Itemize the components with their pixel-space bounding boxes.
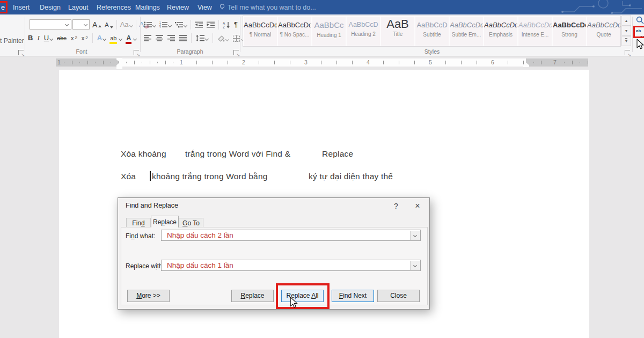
text-effects-button[interactable]: A [97,34,106,42]
tab-go-to[interactable]: Go To [179,218,203,227]
find-next-button[interactable]: Find Next [332,290,374,302]
circuit-decoration [558,0,644,14]
tab-mailings[interactable]: Mailings [135,4,160,11]
ruler-left-margin[interactable] [57,58,119,67]
style-title[interactable]: AaBTitle [381,17,414,46]
decrease-indent-button[interactable] [195,21,203,28]
style-heading-2[interactable]: AaBbCcDHeading 2 [347,17,380,46]
tab-review[interactable]: Review [167,4,189,11]
sort-button[interactable]: AZ [223,21,230,28]
close-window-icon[interactable]: × [411,200,425,212]
bullets-button[interactable] [144,21,156,28]
underline-button[interactable]: U [44,34,53,42]
numbering-button[interactable]: 123 [159,21,171,28]
tab-references[interactable]: References [97,4,131,11]
find-icon[interactable] [636,16,644,25]
group-divider [140,17,141,52]
style-subtitle[interactable]: AaBbCcDSubtitle [415,17,449,46]
font-group-label: Font [76,48,87,55]
highlight-color-button[interactable]: ab [110,34,122,42]
doc-text[interactable]: ký tự đại diện thay thế [309,172,393,181]
mouse-cursor [290,297,298,308]
annotation-box-home-tab [0,1,8,13]
show-formatting-marks-button[interactable]: ¶ [234,21,238,28]
mouse-cursor [636,39,644,49]
tab-layout[interactable]: Layout [68,4,89,11]
chevron-down-icon[interactable] [410,261,420,270]
grow-font-button[interactable]: A [92,21,101,28]
italic-button[interactable]: I [37,34,39,42]
align-right-button[interactable] [167,35,175,41]
style-emphasis[interactable]: AaBbCcDdEmphasis [484,17,517,46]
style-strong[interactable]: AaBbCcDcStrong [553,17,586,46]
shading-button[interactable] [217,35,229,42]
word-window: e Insert Design Layout References Mailin… [0,0,644,338]
tab-view[interactable]: View [197,4,212,11]
paragraph-dialog-launcher-icon[interactable] [233,50,239,55]
justify-button[interactable] [179,35,187,41]
gallery-more-icon: ▾ [625,38,627,43]
group-divider [240,17,240,52]
left-indent-marker[interactable] [116,67,122,69]
chevron-down-icon[interactable] [410,231,420,240]
style-no-spacing[interactable]: AaBbCcDd¶ No Spac... [278,17,311,46]
style-subtle-emphasis[interactable]: AaBbCcDdSubtle Em... [450,17,483,46]
align-left-button[interactable] [144,35,151,41]
font-size-combo[interactable] [72,19,90,30]
styles-scroll-down-button[interactable]: ▾ [621,26,631,36]
font-dialog-launcher-icon[interactable] [134,50,139,55]
replace-with-input[interactable]: Nhập dấu cách 1 lần [161,260,421,271]
triangle-down-icon: ▾ [625,28,627,33]
align-center-button[interactable] [156,35,163,41]
shrink-font-button[interactable]: A [105,21,113,28]
group-divider [25,17,25,52]
find-what-input[interactable]: Nhập dấu cách 2 lần [161,230,421,241]
tab-design[interactable]: Design [40,4,61,11]
text-caret [150,171,151,181]
style-quote[interactable]: AaBbCcDdQuote [587,17,620,46]
styles-dialog-launcher-icon[interactable] [625,50,630,55]
tab-replace[interactable]: Replace [151,216,179,227]
lightbulb-icon [219,3,225,11]
multilevel-list-button[interactable] [175,21,187,28]
replace-with-value: Nhập dấu cách 1 lần [167,260,233,271]
superscript-button[interactable]: x2 [82,34,88,42]
doc-text[interactable]: khoảng trắng trong Word bằng [152,172,268,181]
doc-text[interactable]: trắng trong Word với Find & [185,149,290,159]
find-what-value: Nhập dấu cách 2 lần [167,230,233,241]
help-button[interactable]: ? [389,200,403,212]
styles-gallery-more-button[interactable]: ▾ [621,36,631,46]
bold-button[interactable]: B [28,34,33,42]
line-spacing-button[interactable] [196,35,208,41]
styles-scroll-up-button[interactable]: ▴ [621,16,631,26]
clipboard-dialog-launcher-icon[interactable] [18,50,24,55]
tell-me-box[interactable]: Tell me what you want to do... [228,4,316,11]
subscript-button[interactable]: x2 [71,34,77,42]
doc-text[interactable]: Replace [322,149,353,159]
chevron-down-icon[interactable] [84,23,87,26]
format-painter-partial-label[interactable]: t Painter [0,37,24,45]
ribbon-tab-bar: e Insert Design Layout References Mailin… [0,0,644,14]
doc-text[interactable]: Xóa khoảng [121,149,166,159]
replace-button[interactable]: Replace [231,290,274,302]
font-color-button[interactable]: A [126,34,136,42]
tab-find[interactable]: Find [126,218,151,227]
tab-insert[interactable]: Insert [13,4,30,11]
annotation-box-replace-all [276,283,330,309]
svg-text:A: A [223,21,225,25]
doc-text[interactable]: Xóa [121,172,136,181]
chevron-down-icon[interactable] [65,23,69,26]
more-button[interactable]: More >> [127,290,170,302]
group-divider [632,17,633,52]
styles-group-label: Styles [425,48,440,55]
replace-with-label: Replace with: [126,262,164,270]
strikethrough-button[interactable]: abc [57,34,67,42]
font-name-combo[interactable] [30,19,71,30]
style-heading-1[interactable]: AaBbCcHeading 1 [312,17,346,46]
change-case-button[interactable]: Aa [120,21,133,28]
ribbon: t Painter A A Aa A B I U abc x2 x2 A ab [0,14,644,56]
close-button[interactable]: Close [377,290,420,302]
increase-indent-button[interactable] [207,21,215,28]
style-normal[interactable]: AaBbCcDd¶ Normal [244,17,277,46]
style-intense-emphasis[interactable]: AaBbCcDdIntense E... [518,17,552,46]
